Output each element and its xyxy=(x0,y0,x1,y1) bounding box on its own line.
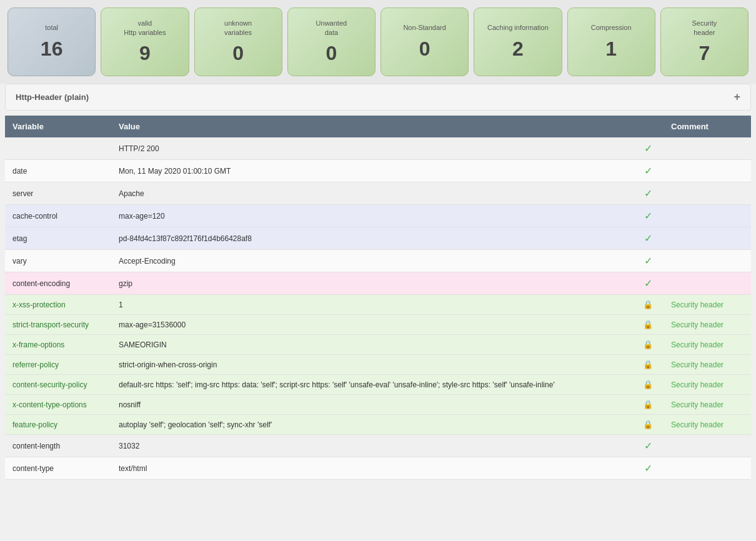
card-value: 2 xyxy=(512,37,524,61)
cell-icon: 🔒 xyxy=(632,315,664,335)
table-container: Variable Value Comment HTTP/2 200✓dateMo… xyxy=(5,116,751,480)
cell-value: strict-origin-when-cross-origin xyxy=(111,355,632,375)
cell-variable xyxy=(5,137,111,160)
cell-value: pd-84fd4c13f87c892f176f1d4b66428af8 xyxy=(111,227,632,250)
cell-variable: content-encoding xyxy=(5,272,111,295)
cell-value: max-age=31536000 xyxy=(111,315,632,335)
cell-variable: x-xss-protection xyxy=(5,295,111,315)
card-value: 9 xyxy=(139,42,151,65)
cell-comment xyxy=(664,182,751,205)
lock-icon: 🔒 xyxy=(643,300,653,309)
table-row: content-length31032✓ xyxy=(5,435,751,457)
table-row: HTTP/2 200✓ xyxy=(5,137,751,160)
table-row: content-security-policydefault-src https… xyxy=(5,375,751,395)
cell-variable: content-security-policy xyxy=(5,375,111,395)
cell-value: SAMEORIGIN xyxy=(111,335,632,355)
cell-value: gzip xyxy=(111,272,632,295)
cell-comment xyxy=(664,272,751,295)
cell-variable: server xyxy=(5,182,111,205)
cell-icon: ✓ xyxy=(632,182,664,205)
cell-variable: referrer-policy xyxy=(5,355,111,375)
summary-card-2: unknown variables0 xyxy=(194,7,282,76)
check-icon: ✓ xyxy=(644,211,652,221)
check-icon: ✓ xyxy=(644,463,652,474)
col-icon xyxy=(632,116,664,137)
cell-comment xyxy=(664,435,751,457)
cell-variable: content-length xyxy=(5,435,111,457)
table-row: etagpd-84fd4c13f87c892f176f1d4b66428af8✓ xyxy=(5,227,751,250)
cell-value: autoplay 'self'; geolocation 'self'; syn… xyxy=(111,415,632,435)
cell-icon: 🔒 xyxy=(632,395,664,415)
cell-icon: ✓ xyxy=(632,205,664,227)
lock-icon: 🔒 xyxy=(643,340,653,349)
summary-card-5: Caching information2 xyxy=(474,7,562,76)
cell-icon: 🔒 xyxy=(632,355,664,375)
cell-icon: 🔒 xyxy=(632,415,664,435)
cell-value: 31032 xyxy=(111,435,632,457)
cell-comment: Security header xyxy=(664,355,751,375)
table-header-row: Variable Value Comment xyxy=(5,116,751,137)
table-row: cache-controlmax-age=120✓ xyxy=(5,205,751,227)
cell-value: max-age=120 xyxy=(111,205,632,227)
col-comment: Comment xyxy=(664,116,751,137)
cell-comment: Security header xyxy=(664,315,751,335)
cell-icon: ✓ xyxy=(632,137,664,160)
col-value: Value xyxy=(111,116,632,137)
cell-comment: Security header xyxy=(664,395,751,415)
cell-value: Accept-Encoding xyxy=(111,250,632,272)
check-icon: ✓ xyxy=(644,166,652,176)
cell-comment: Security header xyxy=(664,415,751,435)
card-value: 0 xyxy=(326,42,337,65)
cell-variable: cache-control xyxy=(5,205,111,227)
cell-comment xyxy=(664,227,751,250)
cell-comment: Security header xyxy=(664,375,751,395)
card-value: 0 xyxy=(232,42,244,65)
cell-icon: ✓ xyxy=(632,435,664,457)
check-icon: ✓ xyxy=(644,278,652,289)
cell-comment xyxy=(664,160,751,182)
cell-icon: ✓ xyxy=(632,227,664,250)
cell-icon: ✓ xyxy=(632,250,664,272)
card-label: Caching information xyxy=(487,23,549,32)
card-value: 7 xyxy=(699,42,710,65)
headers-table: Variable Value Comment HTTP/2 200✓dateMo… xyxy=(5,116,751,480)
summary-bar: total16valid Http variables9unknown vari… xyxy=(0,0,756,84)
cell-comment xyxy=(664,137,751,160)
cell-icon: 🔒 xyxy=(632,335,664,355)
cell-value: Apache xyxy=(111,182,632,205)
cell-comment: Security header xyxy=(664,335,751,355)
cell-icon: ✓ xyxy=(632,160,664,182)
cell-comment xyxy=(664,457,751,480)
cell-variable: x-frame-options xyxy=(5,335,111,355)
table-row: content-encodinggzip✓ xyxy=(5,272,751,295)
card-value: 16 xyxy=(41,37,63,61)
summary-card-6: Compression1 xyxy=(567,7,655,76)
table-row: x-xss-protection1🔒Security header xyxy=(5,295,751,315)
summary-card-1: valid Http variables9 xyxy=(101,7,189,76)
card-value: 1 xyxy=(605,37,617,61)
card-label: Security header xyxy=(692,19,717,37)
check-icon: ✓ xyxy=(644,188,652,199)
table-row: x-frame-optionsSAMEORIGIN🔒Security heade… xyxy=(5,335,751,355)
cell-variable: etag xyxy=(5,227,111,250)
table-row: feature-policyautoplay 'self'; geolocati… xyxy=(5,415,751,435)
section-header: Http-Header (plain) + xyxy=(5,84,751,111)
section-title: Http-Header (plain) xyxy=(16,92,89,102)
check-icon: ✓ xyxy=(644,143,652,154)
table-row: x-content-type-optionsnosniff🔒Security h… xyxy=(5,395,751,415)
lock-icon: 🔒 xyxy=(643,380,653,389)
cell-comment: Security header xyxy=(664,295,751,315)
cell-value: nosniff xyxy=(111,395,632,415)
lock-icon: 🔒 xyxy=(643,420,653,429)
table-row: referrer-policystrict-origin-when-cross-… xyxy=(5,355,751,375)
cell-icon: 🔒 xyxy=(632,295,664,315)
cell-icon: 🔒 xyxy=(632,375,664,395)
expand-button[interactable]: + xyxy=(734,91,740,104)
card-label: valid Http variables xyxy=(124,19,166,37)
cell-value: Mon, 11 May 2020 01:00:10 GMT xyxy=(111,160,632,182)
lock-icon: 🔒 xyxy=(643,360,653,369)
card-label: Unwanted data xyxy=(316,19,347,37)
cell-variable: date xyxy=(5,160,111,182)
cell-variable: strict-transport-security xyxy=(5,315,111,335)
summary-card-7: Security header7 xyxy=(660,7,749,76)
